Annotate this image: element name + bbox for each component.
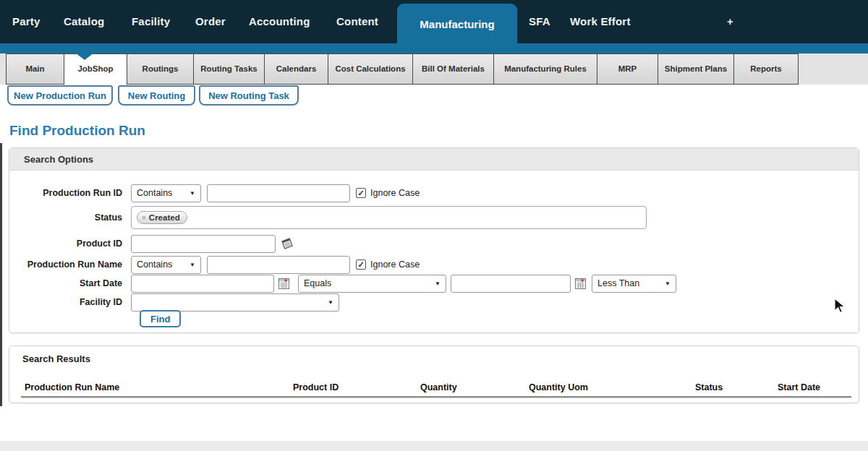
column-product-id: Product ID xyxy=(293,382,339,392)
nav-item-sfa[interactable]: SFA xyxy=(529,0,550,43)
ignore-case-checkbox[interactable]: ✓ xyxy=(356,259,366,270)
nav-item-facility[interactable]: Facility xyxy=(132,0,170,43)
production-run-name-label: Production Run Name xyxy=(9,259,131,270)
sub-nav-tab-bar: Main JobShop Routings Routing Tasks Cale… xyxy=(0,53,868,85)
production-run-name-input[interactable] xyxy=(207,256,350,274)
find-button[interactable]: Find xyxy=(140,310,181,327)
facility-id-row: Facility ID ▼ xyxy=(9,293,859,312)
nav-item-manufacturing-active[interactable]: Manufacturing xyxy=(397,4,517,43)
new-production-run-button[interactable]: New Production Run xyxy=(7,85,113,106)
column-quantity: Quantity xyxy=(420,382,457,392)
status-label: Status xyxy=(9,212,131,223)
chevron-down-icon: ▼ xyxy=(328,299,333,306)
production-run-id-operator-select[interactable]: Contains ▼ xyxy=(131,184,201,202)
tab-calendars[interactable]: Calendars xyxy=(264,53,328,85)
product-id-input[interactable] xyxy=(131,235,276,253)
search-results-header: Search Results xyxy=(22,353,90,364)
column-production-run-name: Production Run Name xyxy=(25,382,119,392)
production-run-id-row: Production Run ID Contains ▼ ✓ Ignore Ca… xyxy=(9,184,859,202)
chevron-down-icon: ▼ xyxy=(435,280,441,287)
status-chip-label: Created xyxy=(149,213,180,222)
tab-routings[interactable]: Routings xyxy=(127,53,194,85)
nav-item-accounting[interactable]: Accounting xyxy=(249,0,310,43)
start-date-label: Start Date xyxy=(9,278,131,288)
calendar-icon[interactable] xyxy=(278,278,289,289)
nav-item-party[interactable]: Party xyxy=(12,0,41,43)
chevron-down-icon: ▼ xyxy=(190,190,195,197)
selected-operator: Less Than xyxy=(597,278,639,288)
start-date-row: Start Date Equals ▼ xyxy=(9,274,859,293)
search-options-header: Search Options xyxy=(9,148,859,171)
mouse-cursor-icon xyxy=(833,298,848,315)
selected-operator: Contains xyxy=(137,259,172,270)
facility-id-label: Facility ID xyxy=(9,297,131,307)
production-run-name-operator-select[interactable]: Contains ▼ xyxy=(131,256,201,274)
search-results-panel: Search Results Production Run Name Produ… xyxy=(9,345,859,403)
chip-remove-icon[interactable]: × xyxy=(142,214,146,222)
status-row: Status × Created xyxy=(9,206,859,229)
nav-item-work-effort[interactable]: Work Effort xyxy=(570,0,631,43)
tab-shipment-plans[interactable]: Shipment Plans xyxy=(658,53,734,85)
column-status: Status xyxy=(695,382,723,392)
ignore-case-checkbox[interactable]: ✓ xyxy=(356,188,366,198)
calendar-icon[interactable] xyxy=(575,278,586,289)
selected-operator: Contains xyxy=(137,188,172,198)
app-window: Party Catalog Facility Order Accounting … xyxy=(0,0,868,451)
product-id-row: Product ID xyxy=(9,234,859,253)
tab-mrp[interactable]: MRP xyxy=(597,53,658,85)
new-routing-button[interactable]: New Routing xyxy=(118,85,195,106)
nav-item-content[interactable]: Content xyxy=(336,0,378,43)
new-routing-task-button[interactable]: New Routing Task xyxy=(199,85,299,106)
chevron-down-icon: ▼ xyxy=(665,280,671,287)
start-date-thru-input[interactable] xyxy=(451,275,571,293)
tab-manufacturing-rules[interactable]: Manufacturing Rules xyxy=(493,53,597,85)
production-run-name-row: Production Run Name Contains ▼ ✓ Ignore … xyxy=(9,255,859,274)
ignore-case-label: Ignore Case xyxy=(370,259,420,270)
start-date-from-input[interactable] xyxy=(131,275,274,293)
status-chip[interactable]: × Created xyxy=(137,211,187,224)
start-date-from-operator-select[interactable]: Equals ▼ xyxy=(298,275,446,293)
ignore-case-label: Ignore Case xyxy=(370,188,420,198)
tab-jobshop[interactable]: JobShop xyxy=(64,53,127,85)
action-button-row: New Production Run New Routing New Routi… xyxy=(0,85,868,111)
screen-edge-artifact xyxy=(0,143,2,406)
lookup-icon[interactable] xyxy=(281,237,294,250)
search-options-panel: Search Options Production Run ID Contain… xyxy=(9,147,859,333)
column-quantity-uom: Quantity Uom xyxy=(529,382,588,392)
tab-reports[interactable]: Reports xyxy=(733,53,799,85)
table-header-divider xyxy=(21,396,851,398)
tab-routing-tasks[interactable]: Routing Tasks xyxy=(193,53,265,85)
nav-item-catalog[interactable]: Catalog xyxy=(64,0,104,43)
status-multiselect[interactable]: × Created xyxy=(131,206,647,229)
chevron-down-icon: ▼ xyxy=(190,262,195,268)
selected-operator: Equals xyxy=(304,278,331,288)
page-title: Find Production Run xyxy=(9,123,145,139)
production-run-id-input[interactable] xyxy=(207,184,350,202)
facility-id-select[interactable]: ▼ xyxy=(131,293,339,312)
active-tab-notch xyxy=(75,53,94,60)
product-id-label: Product ID xyxy=(9,239,131,249)
top-nav-bar: Party Catalog Facility Order Accounting … xyxy=(0,0,868,43)
tab-main[interactable]: Main xyxy=(6,53,64,85)
nav-item-order[interactable]: Order xyxy=(195,0,226,43)
tab-cost-calculations[interactable]: Cost Calculations xyxy=(328,53,413,85)
production-run-id-label: Production Run ID xyxy=(9,188,131,198)
column-start-date: Start Date xyxy=(778,382,820,392)
start-date-thru-operator-select[interactable]: Less Than ▼ xyxy=(592,275,676,293)
active-module-strip xyxy=(0,43,868,53)
add-tab-icon[interactable]: + xyxy=(727,0,733,43)
bottom-band xyxy=(0,441,868,451)
tab-bill-of-materials[interactable]: Bill Of Materials xyxy=(412,53,494,85)
